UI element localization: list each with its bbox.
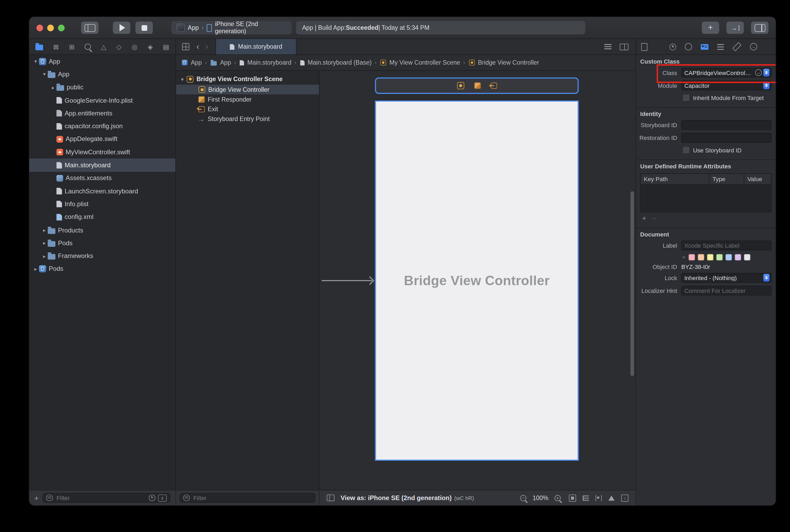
back-chevron-icon[interactable]: ‹ — [197, 42, 199, 51]
use-storyboard-id-row[interactable]: Use Storyboard ID — [682, 146, 776, 154]
jump-to-class-icon[interactable]: → — [755, 69, 762, 76]
related-items-icon[interactable] — [182, 43, 189, 50]
device-bezels-icon[interactable] — [327, 494, 334, 501]
file-row-entitlements[interactable]: App.entitlements — [29, 107, 176, 120]
file-row-googleservice-plist[interactable]: GoogleService-Info.plist — [29, 94, 176, 107]
storyboard-id-input[interactable] — [683, 122, 770, 128]
document-label-input[interactable] — [683, 242, 770, 248]
run-button[interactable] — [113, 22, 130, 34]
recents-filter-icon[interactable] — [149, 494, 155, 501]
file-row-appdelegate[interactable]: AppDelegate.swift — [29, 133, 176, 146]
outline-item-entry-point[interactable]: →Storyboard Entry Point — [176, 114, 319, 124]
add-constraints-icon[interactable] — [596, 495, 602, 501]
resolve-layout-icon[interactable] — [608, 495, 614, 500]
disclosure-closed-icon[interactable]: ▸ — [41, 240, 47, 246]
library-button[interactable]: + — [702, 22, 719, 34]
color-swatch[interactable] — [725, 254, 732, 261]
reports-navigator-icon[interactable]: ▤ — [163, 43, 170, 50]
update-frames-icon[interactable] — [569, 494, 576, 501]
remove-attribute-button[interactable]: − — [652, 214, 656, 222]
storyboard-entry-point-arrow[interactable] — [322, 280, 372, 281]
file-row-pods-folder[interactable]: ▸Pods — [29, 236, 176, 249]
zoom-in-button[interactable]: + — [555, 495, 561, 501]
file-row-app-project[interactable]: ▾App — [29, 55, 176, 68]
outline-filter-input[interactable] — [192, 494, 312, 501]
source-control-navigator-icon[interactable]: ⊠ — [53, 43, 59, 50]
document-label-field[interactable] — [681, 241, 771, 250]
restoration-id-field[interactable] — [681, 133, 771, 142]
code-review-button[interactable]: → — [727, 22, 744, 34]
lock-dropdown-stepper[interactable] — [764, 274, 770, 282]
toggle-inspector-button[interactable] — [751, 22, 768, 34]
editor-options-icon[interactable] — [604, 44, 612, 49]
symbols-navigator-icon[interactable]: ⊞ — [69, 43, 75, 50]
navigator-filter-input[interactable] — [56, 494, 146, 501]
lock-popup[interactable]: Inherited - (Nothing) — [681, 273, 771, 283]
color-swatch[interactable] — [698, 254, 704, 261]
jumpbar-item-app-project[interactable]: App — [181, 59, 202, 66]
issues-navigator-icon[interactable]: △ — [101, 43, 106, 50]
file-row-capacitor-config[interactable]: capacitor.config.json — [29, 120, 176, 133]
project-navigator-icon[interactable] — [35, 45, 43, 50]
canvas-vertical-scrollbar[interactable] — [630, 191, 634, 376]
history-inspector-icon[interactable] — [670, 43, 676, 50]
scm-filter-icon[interactable]: ± — [158, 494, 167, 501]
file-row-myviewcontroller[interactable]: MyViewController.swift — [29, 146, 176, 159]
disclosure-closed-icon[interactable]: ▸ — [32, 266, 39, 272]
tab-main-storyboard[interactable]: Main.storyboard — [215, 39, 296, 55]
align-icon[interactable] — [583, 495, 589, 500]
disclosure-closed-icon[interactable]: ▸ — [41, 253, 47, 259]
jumpbar-item-scene[interactable]: My View Controller Scene — [380, 59, 460, 66]
close-window-button[interactable] — [36, 24, 43, 31]
view-as-label[interactable]: View as: iPhone SE (2nd generation) — [341, 494, 452, 501]
disclosure-open-icon[interactable]: ▾ — [41, 72, 47, 77]
bridge-view-controller-view[interactable]: Bridge View Controller — [375, 100, 579, 461]
size-inspector-icon[interactable] — [732, 42, 741, 51]
color-swatch[interactable] — [716, 254, 723, 261]
file-row-info-plist[interactable]: Info.plist — [29, 198, 176, 211]
color-swatch[interactable] — [734, 254, 741, 261]
runtime-attributes-table-body[interactable] — [641, 184, 771, 212]
disclosure-closed-icon[interactable]: ▸ — [50, 84, 56, 90]
debug-navigator-icon[interactable]: ◎ — [132, 43, 137, 50]
inherit-module-row[interactable]: Inherit Module From Target — [682, 94, 776, 101]
exit-icon[interactable] — [491, 82, 497, 89]
embed-in-icon[interactable]: ↓ — [621, 494, 628, 501]
add-attribute-button[interactable]: + — [642, 214, 647, 222]
jumpbar-item-bridge-vc[interactable]: Bridge View Controller — [468, 59, 539, 66]
color-swatch[interactable] — [744, 254, 750, 261]
navigator-filter-field[interactable]: ± — [42, 493, 170, 503]
color-swatch[interactable] — [688, 254, 695, 261]
add-file-button[interactable]: + — [34, 494, 39, 501]
inherit-module-checkbox[interactable] — [682, 94, 690, 101]
color-swatch[interactable] — [707, 254, 713, 261]
breakpoints-navigator-icon[interactable]: ◈ — [148, 43, 153, 50]
forward-chevron-icon[interactable]: › — [205, 42, 208, 51]
view-controller-icon[interactable] — [457, 82, 464, 89]
attributes-inspector-icon[interactable] — [717, 44, 724, 50]
file-row-frameworks[interactable]: ▸Frameworks — [29, 249, 176, 263]
restoration-id-input[interactable] — [683, 135, 770, 141]
file-row-assets[interactable]: Assets.xcassets — [29, 172, 176, 185]
disclosure-open-icon[interactable]: ▾ — [32, 58, 39, 64]
quick-help-inspector-icon[interactable] — [685, 43, 692, 50]
connections-inspector-icon[interactable]: → — [750, 43, 757, 50]
class-dropdown-stepper[interactable] — [764, 69, 770, 76]
storyboard-id-field[interactable] — [681, 120, 771, 130]
jumpbar-item-app-folder[interactable]: App — [210, 59, 231, 66]
tests-navigator-icon[interactable]: ◇ — [116, 43, 121, 50]
file-inspector-icon[interactable] — [641, 43, 648, 51]
zoom-level[interactable]: 100% — [533, 494, 548, 501]
disclosure-open-icon[interactable]: ▾ — [179, 76, 186, 82]
disclosure-closed-icon[interactable]: ▸ — [41, 227, 47, 233]
minimize-window-button[interactable] — [47, 24, 54, 31]
outline-scene-header[interactable]: ▾ Bridge View Controller Scene — [176, 73, 319, 84]
file-row-app-folder[interactable]: ▾App — [29, 68, 176, 81]
outline-item-first-responder[interactable]: First Responder — [176, 94, 319, 104]
use-storyboard-id-checkbox[interactable] — [682, 146, 690, 154]
outline-item-exit[interactable]: Exit — [176, 104, 319, 114]
jumpbar-item-main-storyboard-base[interactable]: Main.storyboard (Base) — [300, 59, 371, 66]
file-row-products[interactable]: ▸Products — [29, 224, 176, 237]
file-row-main-storyboard[interactable]: Main.storyboard — [29, 159, 176, 172]
class-field[interactable]: → — [681, 68, 771, 78]
